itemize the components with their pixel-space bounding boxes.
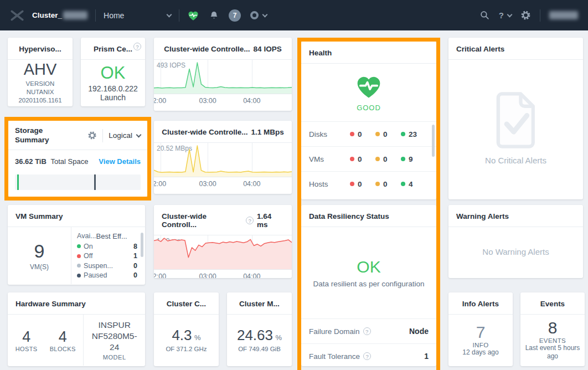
latency-chart-title: Cluster-wide Controll... <box>162 212 243 229</box>
nutanix-logo-icon[interactable] <box>10 8 24 23</box>
help-circle-icon[interactable]: ? <box>363 327 371 335</box>
tasks-menu[interactable] <box>250 11 267 19</box>
health-tile: Health GOOD Disks 0 0 23 VMs 0 0 9 Hosts <box>301 42 436 199</box>
storage-view-details-link[interactable]: View Details <box>99 157 141 166</box>
search-icon[interactable] <box>479 10 490 20</box>
vm-state-row: On8 <box>77 243 137 250</box>
storage-used-marker <box>17 174 19 190</box>
no-alerts-document-icon <box>493 91 539 149</box>
hardware-counts: 4 HOSTS 4 BLOCKS <box>8 315 83 366</box>
health-status: GOOD <box>357 104 381 112</box>
mbps-chart-value: 1.1 MBps <box>251 128 283 136</box>
health-row-vms[interactable]: VMs 0 0 9 <box>301 146 436 171</box>
top-navbar: Cluster_ Home 7 <box>0 0 588 30</box>
status-dot <box>77 254 81 258</box>
events-age: Last event 5 hours ago <box>523 344 582 361</box>
good-dot <box>401 132 405 136</box>
info-alerts-count[interactable]: 7 <box>476 323 486 342</box>
hardware-summary-tile: Hardware Summary 4 HOSTS 4 BLOCKS INSPUR… <box>8 292 145 366</box>
cluster-cpu-title: Cluster C... <box>154 292 219 315</box>
events-count[interactable]: 8 <box>548 318 558 337</box>
health-rows: Disks 0 0 23 VMs 0 0 9 Hosts 0 0 4 <box>301 121 436 196</box>
hardware-summary-title: Hardware Summary <box>8 292 145 315</box>
hypervisor-value: AHV <box>24 60 57 79</box>
latency-chart-plot: 1.89 ms <box>154 235 292 270</box>
cluster-name[interactable]: Cluster_ <box>32 11 87 19</box>
cluster-memory-title: Cluster M... <box>227 292 292 315</box>
hosts-count: 4 <box>22 328 30 346</box>
no-warning-alerts-text: No Warning Alerts <box>482 247 549 256</box>
prism-central-launch[interactable]: Launch <box>100 93 126 102</box>
storage-summary-tile: Storage Summary Logical 36.62 TiB Total … <box>8 121 147 197</box>
critical-dot <box>350 157 354 161</box>
scrollbar[interactable] <box>141 233 143 257</box>
help-circle-icon[interactable]: ? <box>246 217 254 224</box>
health-row-hosts[interactable]: Hosts 0 0 4 <box>301 171 436 196</box>
info-alerts-age: 12 days ago <box>462 348 498 356</box>
alerts-bell-icon[interactable] <box>209 10 219 21</box>
cluster-name-redacted <box>63 11 87 19</box>
fault-tolerance-value: 1 <box>424 352 429 361</box>
blocks-label: BLOCKS <box>50 346 76 352</box>
warning-dot <box>375 182 380 186</box>
health-row-disks[interactable]: Disks 0 0 23 <box>301 121 436 146</box>
prism-dashboard: Cluster_ Home 7 <box>0 0 588 370</box>
chevron-down-icon <box>262 12 268 17</box>
cluster-cpu-capacity: OF 371.2 GHz <box>166 346 207 352</box>
help-circle-icon[interactable]: ? <box>133 43 141 50</box>
storage-gear-icon[interactable] <box>87 131 97 140</box>
prism-central-status: OK <box>101 63 126 83</box>
help-circle-icon[interactable]: ? <box>363 352 371 360</box>
vm-legend-header: Avai... Best Eff... <box>77 232 137 240</box>
storage-mode-dropdown[interactable]: Logical <box>109 131 141 140</box>
nav-divider <box>95 9 96 22</box>
nav-menu-dropdown[interactable]: Home <box>104 11 171 20</box>
storage-summary-title: Storage Summary <box>15 126 49 145</box>
vm-count-block: 9 VM(S) <box>8 227 71 284</box>
storage-usage-bar <box>15 174 141 190</box>
resiliency-status: OK <box>357 258 380 276</box>
info-alerts-title: Info Alerts <box>448 292 513 315</box>
hardware-model-block: INSPUR NF5280M5-24 MODEL <box>84 315 145 366</box>
warning-alerts-title: Warning Alerts <box>448 205 583 227</box>
health-heart-icon[interactable] <box>187 10 199 21</box>
mbps-chart-tile[interactable]: Cluster-wide Controlle... 1.1 MBps 20.52… <box>154 121 292 194</box>
iops-chart-title: Cluster-wide Controlle... <box>164 45 250 53</box>
iops-chart-tile[interactable]: Cluster-wide Controlle... 84 IOPS 493 IO… <box>154 38 292 111</box>
hypervisor-sub1: VERSION <box>18 80 61 88</box>
nav-menu-current: Home <box>104 11 124 20</box>
latency-chart-tile[interactable]: Cluster-wide Controll... ? 1.64 ms 1.89 … <box>154 205 292 278</box>
status-dot <box>77 244 81 248</box>
data-resiliency-tile: Data Resiliency Status OK Data resilient… <box>301 205 436 366</box>
good-dot <box>401 157 405 161</box>
chevron-down-icon <box>167 12 172 17</box>
scrollbar[interactable] <box>432 125 435 157</box>
notification-count-badge[interactable]: 7 <box>229 9 241 22</box>
user-menu-redacted[interactable] <box>549 11 578 19</box>
iops-chart-value: 84 IOPS <box>254 45 282 53</box>
good-dot <box>401 182 405 186</box>
vm-state-row: Paused0 <box>77 271 137 279</box>
tasks-ring-icon <box>250 11 259 19</box>
warning-dot <box>375 132 380 136</box>
storage-total-space: 36.62 TiB Total Space <box>15 157 88 166</box>
cluster-memory-value: 24.63 % <box>237 327 282 344</box>
nav-divider <box>179 9 179 22</box>
hypervisor-title: Hyperviso... <box>8 38 73 60</box>
status-dot <box>77 274 81 278</box>
events-label: EVENTS <box>539 337 566 344</box>
settings-gear-icon[interactable] <box>520 10 531 20</box>
iops-chart-plot: 493 IOPS <box>154 60 292 94</box>
fault-tolerance-row: Fault Tolerance? 1 <box>301 343 436 366</box>
resiliency-message: Data resilient as per configuration <box>313 280 424 288</box>
vm-count-label: VM(S) <box>30 263 49 271</box>
vm-state-row: Off1 <box>77 252 137 260</box>
chevron-down-icon <box>507 12 513 17</box>
help-menu[interactable]: ? <box>499 11 512 20</box>
critical-dot <box>350 182 354 186</box>
data-resiliency-title: Data Resiliency Status <box>301 205 436 227</box>
cluster-memory-tile: Cluster M... 24.63 % OF 749.49 GiB <box>227 292 292 366</box>
hypervisor-sub3: 20201105.1161 <box>18 96 61 105</box>
help-question-label: ? <box>499 11 504 20</box>
events-tile: Events 8 EVENTS Last event 5 hours ago <box>520 292 585 366</box>
